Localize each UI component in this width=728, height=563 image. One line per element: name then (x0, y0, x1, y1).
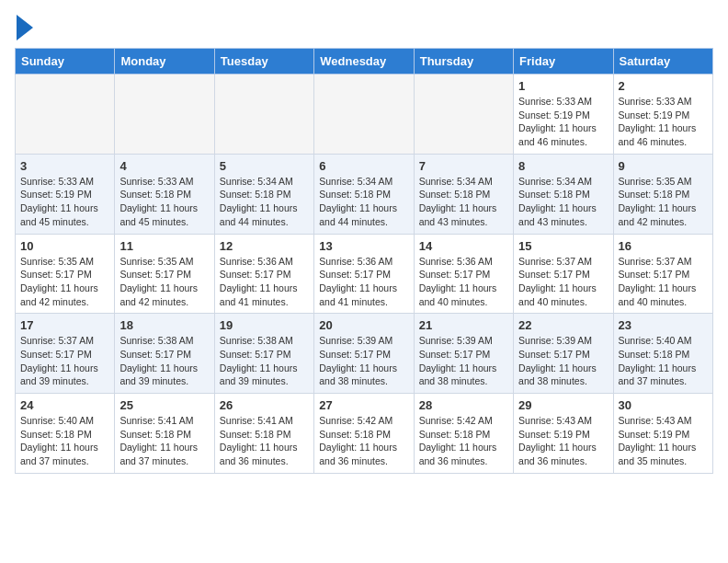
calendar-cell (115, 75, 214, 155)
weekday-row: SundayMondayTuesdayWednesdayThursdayFrid… (16, 49, 713, 75)
calendar-table: SundayMondayTuesdayWednesdayThursdayFrid… (15, 48, 713, 474)
day-info: Sunrise: 5:38 AM Sunset: 5:17 PM Dayligh… (119, 334, 209, 388)
logo (15, 15, 33, 40)
weekday-header: Monday (115, 49, 214, 75)
day-number: 14 (419, 239, 508, 253)
day-info: Sunrise: 5:37 AM Sunset: 5:17 PM Dayligh… (619, 255, 708, 309)
calendar-week-row: 3Sunrise: 5:33 AM Sunset: 5:19 PM Daylig… (16, 154, 713, 234)
weekday-header: Thursday (414, 49, 513, 75)
calendar-cell: 4Sunrise: 5:33 AM Sunset: 5:18 PM Daylig… (115, 154, 214, 234)
day-info: Sunrise: 5:33 AM Sunset: 5:19 PM Dayligh… (619, 95, 708, 149)
day-info: Sunrise: 5:34 AM Sunset: 5:18 PM Dayligh… (220, 175, 309, 229)
calendar-cell (414, 75, 513, 155)
calendar-cell: 24Sunrise: 5:40 AM Sunset: 5:18 PM Dayli… (16, 394, 115, 474)
calendar-cell: 14Sunrise: 5:36 AM Sunset: 5:17 PM Dayli… (414, 234, 513, 314)
day-info: Sunrise: 5:35 AM Sunset: 5:18 PM Dayligh… (619, 175, 708, 229)
day-number: 7 (419, 159, 508, 173)
calendar-cell: 27Sunrise: 5:42 AM Sunset: 5:18 PM Dayli… (314, 394, 414, 474)
day-info: Sunrise: 5:43 AM Sunset: 5:19 PM Dayligh… (518, 414, 608, 468)
day-number: 13 (319, 239, 408, 253)
logo-arrow-icon (17, 15, 33, 40)
calendar-week-row: 24Sunrise: 5:40 AM Sunset: 5:18 PM Dayli… (16, 394, 713, 474)
day-number: 26 (220, 398, 309, 412)
day-info: Sunrise: 5:36 AM Sunset: 5:17 PM Dayligh… (220, 255, 309, 309)
day-number: 6 (319, 159, 408, 173)
calendar-cell: 18Sunrise: 5:38 AM Sunset: 5:17 PM Dayli… (115, 314, 214, 394)
day-info: Sunrise: 5:40 AM Sunset: 5:18 PM Dayligh… (619, 334, 708, 388)
weekday-header: Friday (514, 49, 613, 75)
day-info: Sunrise: 5:36 AM Sunset: 5:17 PM Dayligh… (319, 255, 408, 309)
day-number: 4 (119, 159, 209, 173)
calendar-cell: 6Sunrise: 5:34 AM Sunset: 5:18 PM Daylig… (314, 154, 414, 234)
day-number: 18 (119, 318, 209, 332)
calendar-header: SundayMondayTuesdayWednesdayThursdayFrid… (16, 49, 713, 75)
calendar-cell: 13Sunrise: 5:36 AM Sunset: 5:17 PM Dayli… (314, 234, 414, 314)
calendar-cell: 8Sunrise: 5:34 AM Sunset: 5:18 PM Daylig… (514, 154, 613, 234)
calendar-cell: 22Sunrise: 5:39 AM Sunset: 5:17 PM Dayli… (514, 314, 613, 394)
day-info: Sunrise: 5:33 AM Sunset: 5:19 PM Dayligh… (518, 95, 608, 149)
day-info: Sunrise: 5:39 AM Sunset: 5:17 PM Dayligh… (518, 334, 608, 388)
day-info: Sunrise: 5:38 AM Sunset: 5:17 PM Dayligh… (220, 334, 309, 388)
day-info: Sunrise: 5:35 AM Sunset: 5:17 PM Dayligh… (119, 255, 209, 309)
day-info: Sunrise: 5:42 AM Sunset: 5:18 PM Dayligh… (419, 414, 508, 468)
calendar-body: 1Sunrise: 5:33 AM Sunset: 5:19 PM Daylig… (16, 75, 713, 474)
calendar-cell: 17Sunrise: 5:37 AM Sunset: 5:17 PM Dayli… (16, 314, 115, 394)
day-number: 1 (518, 79, 608, 93)
calendar-cell (16, 75, 115, 155)
day-number: 19 (220, 318, 309, 332)
calendar-cell: 15Sunrise: 5:37 AM Sunset: 5:17 PM Dayli… (514, 234, 613, 314)
day-info: Sunrise: 5:33 AM Sunset: 5:18 PM Dayligh… (119, 175, 209, 229)
day-info: Sunrise: 5:34 AM Sunset: 5:18 PM Dayligh… (319, 175, 408, 229)
day-number: 29 (518, 398, 608, 412)
day-info: Sunrise: 5:39 AM Sunset: 5:17 PM Dayligh… (319, 334, 408, 388)
calendar-cell: 21Sunrise: 5:39 AM Sunset: 5:17 PM Dayli… (414, 314, 513, 394)
day-info: Sunrise: 5:42 AM Sunset: 5:18 PM Dayligh… (319, 414, 408, 468)
day-number: 11 (119, 239, 209, 253)
calendar-cell: 28Sunrise: 5:42 AM Sunset: 5:18 PM Dayli… (414, 394, 513, 474)
day-number: 9 (619, 159, 708, 173)
calendar-cell: 7Sunrise: 5:34 AM Sunset: 5:18 PM Daylig… (414, 154, 513, 234)
day-number: 2 (619, 79, 708, 93)
day-number: 24 (20, 398, 109, 412)
day-number: 3 (20, 159, 109, 173)
day-number: 25 (119, 398, 209, 412)
day-number: 22 (518, 318, 608, 332)
day-info: Sunrise: 5:36 AM Sunset: 5:17 PM Dayligh… (419, 255, 508, 309)
day-number: 16 (619, 239, 708, 253)
calendar-cell: 25Sunrise: 5:41 AM Sunset: 5:18 PM Dayli… (115, 394, 214, 474)
day-info: Sunrise: 5:39 AM Sunset: 5:17 PM Dayligh… (419, 334, 508, 388)
day-number: 5 (220, 159, 309, 173)
calendar-cell: 2Sunrise: 5:33 AM Sunset: 5:19 PM Daylig… (613, 75, 712, 155)
calendar-cell: 12Sunrise: 5:36 AM Sunset: 5:17 PM Dayli… (214, 234, 313, 314)
calendar-cell: 5Sunrise: 5:34 AM Sunset: 5:18 PM Daylig… (214, 154, 313, 234)
calendar-cell: 20Sunrise: 5:39 AM Sunset: 5:17 PM Dayli… (314, 314, 414, 394)
day-number: 10 (20, 239, 109, 253)
calendar-cell: 23Sunrise: 5:40 AM Sunset: 5:18 PM Dayli… (613, 314, 712, 394)
day-info: Sunrise: 5:37 AM Sunset: 5:17 PM Dayligh… (518, 255, 608, 309)
day-number: 21 (419, 318, 508, 332)
day-number: 15 (518, 239, 608, 253)
day-number: 17 (20, 318, 109, 332)
day-number: 20 (319, 318, 408, 332)
calendar-week-row: 1Sunrise: 5:33 AM Sunset: 5:19 PM Daylig… (16, 75, 713, 155)
calendar-cell: 11Sunrise: 5:35 AM Sunset: 5:17 PM Dayli… (115, 234, 214, 314)
day-info: Sunrise: 5:41 AM Sunset: 5:18 PM Dayligh… (119, 414, 209, 468)
weekday-header: Saturday (613, 49, 712, 75)
day-number: 28 (419, 398, 508, 412)
day-number: 27 (319, 398, 408, 412)
day-number: 30 (619, 398, 708, 412)
calendar-cell: 10Sunrise: 5:35 AM Sunset: 5:17 PM Dayli… (16, 234, 115, 314)
calendar-cell: 3Sunrise: 5:33 AM Sunset: 5:19 PM Daylig… (16, 154, 115, 234)
weekday-header: Wednesday (314, 49, 414, 75)
calendar-week-row: 10Sunrise: 5:35 AM Sunset: 5:17 PM Dayli… (16, 234, 713, 314)
calendar-cell: 16Sunrise: 5:37 AM Sunset: 5:17 PM Dayli… (613, 234, 712, 314)
calendar-cell (214, 75, 313, 155)
day-info: Sunrise: 5:34 AM Sunset: 5:18 PM Dayligh… (518, 175, 608, 229)
calendar-cell: 1Sunrise: 5:33 AM Sunset: 5:19 PM Daylig… (514, 75, 613, 155)
day-info: Sunrise: 5:33 AM Sunset: 5:19 PM Dayligh… (20, 175, 109, 229)
page-header (15, 15, 713, 40)
day-info: Sunrise: 5:43 AM Sunset: 5:19 PM Dayligh… (619, 414, 708, 468)
weekday-header: Tuesday (214, 49, 313, 75)
day-info: Sunrise: 5:37 AM Sunset: 5:17 PM Dayligh… (20, 334, 109, 388)
day-number: 23 (619, 318, 708, 332)
